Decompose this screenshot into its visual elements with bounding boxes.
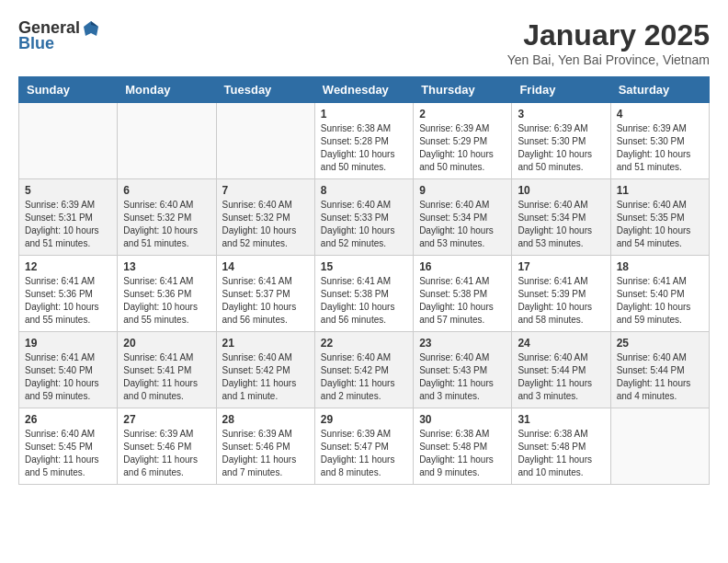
weekday-header-thursday: Thursday: [414, 77, 512, 103]
title-block: January 2025 Yen Bai, Yen Bai Province, …: [507, 18, 710, 67]
day-number: 17: [518, 260, 604, 273]
calendar-day-cell: 8Sunrise: 6:40 AMSunset: 5:33 PMDaylight…: [314, 179, 413, 256]
day-number: 4: [617, 108, 703, 121]
calendar-day-cell: 7Sunrise: 6:40 AMSunset: 5:32 PMDaylight…: [216, 179, 314, 256]
calendar-day-cell: 18Sunrise: 6:41 AMSunset: 5:40 PMDayligh…: [610, 256, 709, 332]
logo: General Blue: [18, 18, 100, 53]
calendar-day-cell: [216, 103, 314, 179]
weekday-header-tuesday: Tuesday: [216, 77, 314, 103]
day-number: 12: [25, 260, 111, 273]
day-info: Sunrise: 6:40 AMSunset: 5:32 PMDaylight:…: [222, 199, 309, 250]
day-number: 16: [419, 260, 506, 273]
day-number: 25: [617, 337, 703, 350]
calendar-subtitle: Yen Bai, Yen Bai Province, Vietnam: [507, 52, 710, 67]
weekday-header-sunday: Sunday: [19, 77, 118, 103]
calendar-day-cell: 1Sunrise: 6:38 AMSunset: 5:28 PMDaylight…: [314, 103, 413, 179]
day-number: 31: [518, 413, 604, 426]
day-info: Sunrise: 6:39 AMSunset: 5:29 PMDaylight:…: [419, 122, 506, 174]
day-number: 29: [321, 413, 407, 426]
day-info: Sunrise: 6:39 AMSunset: 5:47 PMDaylight:…: [321, 428, 407, 479]
calendar-day-cell: 11Sunrise: 6:40 AMSunset: 5:35 PMDayligh…: [610, 179, 709, 256]
day-info: Sunrise: 6:39 AMSunset: 5:46 PMDaylight:…: [222, 428, 309, 479]
day-info: Sunrise: 6:40 AMSunset: 5:44 PMDaylight:…: [518, 351, 604, 403]
calendar-week-row: 19Sunrise: 6:41 AMSunset: 5:40 PMDayligh…: [19, 332, 710, 408]
calendar-week-row: 5Sunrise: 6:39 AMSunset: 5:31 PMDaylight…: [19, 179, 710, 256]
day-info: Sunrise: 6:39 AMSunset: 5:46 PMDaylight:…: [123, 428, 210, 479]
day-info: Sunrise: 6:41 AMSunset: 5:38 PMDaylight:…: [321, 275, 407, 327]
day-info: Sunrise: 6:40 AMSunset: 5:45 PMDaylight:…: [25, 428, 111, 479]
calendar-day-cell: 9Sunrise: 6:40 AMSunset: 5:34 PMDaylight…: [414, 179, 512, 256]
calendar-day-cell: 14Sunrise: 6:41 AMSunset: 5:37 PMDayligh…: [216, 256, 314, 332]
calendar-table: SundayMondayTuesdayWednesdayThursdayFrid…: [18, 76, 710, 485]
day-info: Sunrise: 6:38 AMSunset: 5:48 PMDaylight:…: [518, 428, 604, 479]
calendar-day-cell: 22Sunrise: 6:40 AMSunset: 5:42 PMDayligh…: [314, 332, 413, 408]
day-number: 19: [25, 337, 111, 350]
day-info: Sunrise: 6:40 AMSunset: 5:35 PMDaylight:…: [617, 199, 703, 250]
day-number: 10: [518, 184, 604, 197]
calendar-day-cell: 12Sunrise: 6:41 AMSunset: 5:36 PMDayligh…: [19, 256, 118, 332]
calendar-day-cell: 24Sunrise: 6:40 AMSunset: 5:44 PMDayligh…: [512, 332, 610, 408]
logo-icon: [82, 19, 100, 38]
day-info: Sunrise: 6:39 AMSunset: 5:31 PMDaylight:…: [25, 199, 111, 250]
calendar-day-cell: 15Sunrise: 6:41 AMSunset: 5:38 PMDayligh…: [314, 256, 413, 332]
day-info: Sunrise: 6:41 AMSunset: 5:36 PMDaylight:…: [123, 275, 210, 327]
day-info: Sunrise: 6:41 AMSunset: 5:37 PMDaylight:…: [222, 275, 309, 327]
day-number: 23: [419, 337, 506, 350]
day-info: Sunrise: 6:38 AMSunset: 5:28 PMDaylight:…: [321, 122, 407, 174]
day-number: 27: [123, 413, 210, 426]
calendar-day-cell: 29Sunrise: 6:39 AMSunset: 5:47 PMDayligh…: [314, 408, 413, 485]
day-number: 3: [518, 108, 604, 121]
calendar-day-cell: 23Sunrise: 6:40 AMSunset: 5:43 PMDayligh…: [414, 332, 512, 408]
calendar-day-cell: 30Sunrise: 6:38 AMSunset: 5:48 PMDayligh…: [414, 408, 512, 485]
calendar-day-cell: [610, 408, 709, 485]
weekday-header-monday: Monday: [118, 77, 216, 103]
day-number: 1: [321, 108, 407, 121]
day-number: 26: [25, 413, 111, 426]
day-info: Sunrise: 6:40 AMSunset: 5:32 PMDaylight:…: [123, 199, 210, 250]
calendar-title: January 2025: [507, 18, 710, 52]
calendar-day-cell: 4Sunrise: 6:39 AMSunset: 5:30 PMDaylight…: [610, 103, 709, 179]
day-info: Sunrise: 6:40 AMSunset: 5:42 PMDaylight:…: [222, 351, 309, 403]
day-info: Sunrise: 6:40 AMSunset: 5:34 PMDaylight:…: [419, 199, 506, 250]
logo-blue-text: Blue: [18, 34, 54, 53]
calendar-week-row: 12Sunrise: 6:41 AMSunset: 5:36 PMDayligh…: [19, 256, 710, 332]
day-info: Sunrise: 6:40 AMSunset: 5:44 PMDaylight:…: [617, 351, 703, 403]
weekday-header-friday: Friday: [512, 77, 610, 103]
page-header: General Blue January 2025 Yen Bai, Yen B…: [18, 18, 710, 67]
weekday-header-wednesday: Wednesday: [314, 77, 413, 103]
calendar-day-cell: 28Sunrise: 6:39 AMSunset: 5:46 PMDayligh…: [216, 408, 314, 485]
calendar-week-row: 26Sunrise: 6:40 AMSunset: 5:45 PMDayligh…: [19, 408, 710, 485]
calendar-day-cell: 16Sunrise: 6:41 AMSunset: 5:38 PMDayligh…: [414, 256, 512, 332]
day-info: Sunrise: 6:41 AMSunset: 5:40 PMDaylight:…: [617, 275, 703, 327]
day-info: Sunrise: 6:40 AMSunset: 5:42 PMDaylight:…: [321, 351, 407, 403]
day-info: Sunrise: 6:40 AMSunset: 5:34 PMDaylight:…: [518, 199, 604, 250]
day-info: Sunrise: 6:41 AMSunset: 5:39 PMDaylight:…: [518, 275, 604, 327]
day-number: 30: [419, 413, 506, 426]
day-number: 22: [321, 337, 407, 350]
calendar-day-cell: [19, 103, 118, 179]
calendar-day-cell: 27Sunrise: 6:39 AMSunset: 5:46 PMDayligh…: [118, 408, 216, 485]
day-number: 11: [617, 184, 703, 197]
day-number: 9: [419, 184, 506, 197]
day-info: Sunrise: 6:41 AMSunset: 5:41 PMDaylight:…: [123, 351, 210, 403]
weekday-header-saturday: Saturday: [610, 77, 709, 103]
day-info: Sunrise: 6:41 AMSunset: 5:38 PMDaylight:…: [419, 275, 506, 327]
day-info: Sunrise: 6:39 AMSunset: 5:30 PMDaylight:…: [617, 122, 703, 174]
day-number: 15: [321, 260, 407, 273]
day-info: Sunrise: 6:41 AMSunset: 5:40 PMDaylight:…: [25, 351, 111, 403]
calendar-day-cell: 19Sunrise: 6:41 AMSunset: 5:40 PMDayligh…: [19, 332, 118, 408]
day-number: 8: [321, 184, 407, 197]
day-number: 18: [617, 260, 703, 273]
day-number: 20: [123, 337, 210, 350]
calendar-day-cell: 3Sunrise: 6:39 AMSunset: 5:30 PMDaylight…: [512, 103, 610, 179]
calendar-day-cell: 26Sunrise: 6:40 AMSunset: 5:45 PMDayligh…: [19, 408, 118, 485]
calendar-day-cell: 25Sunrise: 6:40 AMSunset: 5:44 PMDayligh…: [610, 332, 709, 408]
calendar-day-cell: 6Sunrise: 6:40 AMSunset: 5:32 PMDaylight…: [118, 179, 216, 256]
day-number: 7: [222, 184, 309, 197]
day-number: 5: [25, 184, 111, 197]
day-info: Sunrise: 6:39 AMSunset: 5:30 PMDaylight:…: [518, 122, 604, 174]
calendar-day-cell: 20Sunrise: 6:41 AMSunset: 5:41 PMDayligh…: [118, 332, 216, 408]
day-number: 6: [123, 184, 210, 197]
day-number: 28: [222, 413, 309, 426]
calendar-day-cell: 21Sunrise: 6:40 AMSunset: 5:42 PMDayligh…: [216, 332, 314, 408]
